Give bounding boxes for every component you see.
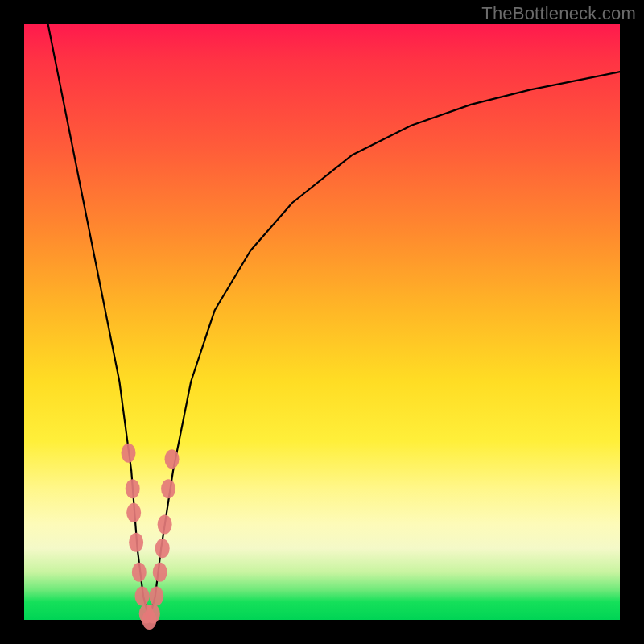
svg-point-0	[122, 444, 136, 463]
svg-point-1	[126, 479, 140, 498]
svg-point-4	[132, 563, 147, 582]
watermark-text: TheBottleneck.com	[481, 3, 636, 24]
svg-point-3	[129, 533, 143, 552]
curve-svg	[24, 24, 620, 620]
svg-point-13	[161, 479, 175, 498]
highlight-dots	[122, 444, 180, 630]
chart-frame: TheBottleneck.com	[0, 0, 644, 644]
bottleneck-curve	[48, 24, 620, 620]
plot-area	[24, 24, 620, 620]
svg-point-10	[153, 563, 167, 582]
svg-point-12	[158, 515, 172, 535]
svg-point-2	[126, 503, 141, 522]
svg-point-8	[146, 605, 160, 624]
svg-point-9	[149, 586, 163, 605]
svg-point-5	[135, 586, 150, 605]
svg-point-14	[165, 449, 180, 469]
svg-point-11	[155, 539, 170, 558]
